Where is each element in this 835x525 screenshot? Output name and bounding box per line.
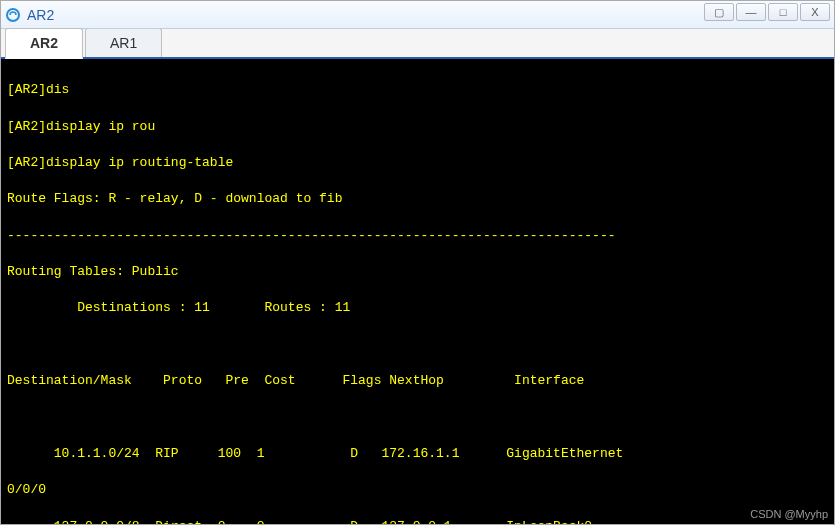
window-controls: ▢ — □ X [704, 3, 830, 21]
close-icon: X [811, 6, 818, 18]
tab-ar1[interactable]: AR1 [85, 28, 162, 57]
prompt-line: [AR2]display ip routing-table [7, 154, 828, 172]
route-flags-legend: Route Flags: R - relay, D - download to … [7, 190, 828, 208]
svg-point-0 [7, 9, 19, 21]
table-row: 127.0.0.0/8 Direct 0 0 D 127.0.0.1 InLoo… [7, 518, 828, 524]
watermark: CSDN @Myyhp [750, 507, 828, 522]
divider: ----------------------------------------… [7, 227, 828, 245]
terminal[interactable]: [AR2]dis [AR2]display ip rou [AR2]displa… [1, 59, 834, 524]
minimize-icon: — [746, 6, 757, 18]
tab-ar2[interactable]: AR2 [5, 28, 83, 59]
minimize-button[interactable]: — [736, 3, 766, 21]
blank-line [7, 409, 828, 427]
pop-out-icon: ▢ [714, 6, 724, 19]
tab-label: AR2 [30, 35, 58, 51]
table-header: Destination/Mask Proto Pre Cost Flags Ne… [7, 372, 828, 390]
app-icon [5, 7, 21, 23]
close-button[interactable]: X [800, 3, 830, 21]
table-name: Routing Tables: Public [7, 263, 828, 281]
blank-line [7, 336, 828, 354]
table-row: 10.1.1.0/24 RIP 100 1 D 172.16.1.1 Gigab… [7, 445, 828, 463]
counts-line: Destinations : 11 Routes : 11 [7, 299, 828, 317]
titlebar: AR2 ▢ — □ X [1, 1, 834, 29]
tab-label: AR1 [110, 35, 137, 51]
prompt-line: [AR2]display ip rou [7, 118, 828, 136]
pop-out-button[interactable]: ▢ [704, 3, 734, 21]
table-row: 0/0/0 [7, 481, 828, 499]
prompt-line: [AR2]dis [7, 81, 828, 99]
window-title: AR2 [27, 7, 54, 23]
tab-bar: AR2 AR1 [1, 29, 834, 59]
maximize-button[interactable]: □ [768, 3, 798, 21]
maximize-icon: □ [780, 6, 787, 18]
